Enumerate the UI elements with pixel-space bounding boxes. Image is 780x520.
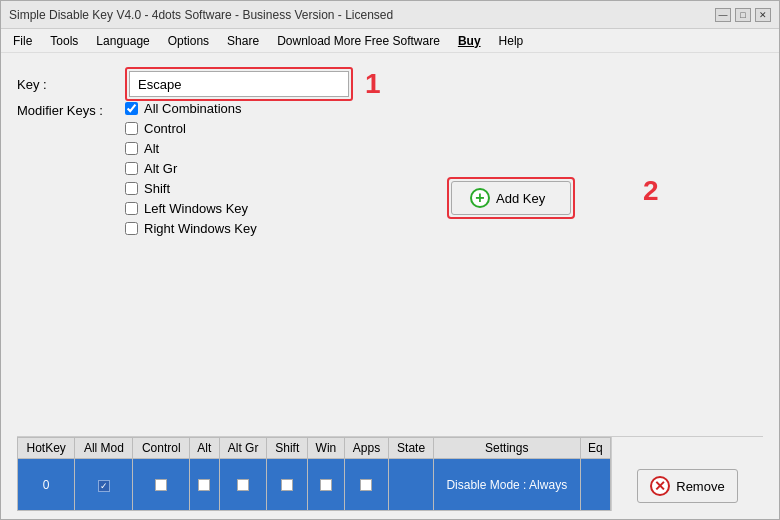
menu-bar: File Tools Language Options Share Downlo… <box>1 29 779 53</box>
col-eq: Eq <box>580 438 610 459</box>
step2-number: 2 <box>643 175 659 207</box>
cell-win <box>308 459 345 511</box>
menu-buy[interactable]: Buy <box>450 32 489 50</box>
modifier-control[interactable]: Control <box>125 121 257 136</box>
checkbox-right-windows[interactable] <box>125 222 138 235</box>
checkbox-all-combinations[interactable] <box>125 102 138 115</box>
cell-control <box>133 459 190 511</box>
key-input-wrapper <box>125 67 353 101</box>
menu-language[interactable]: Language <box>88 32 157 50</box>
table-row[interactable]: 0 ✓ <box>18 459 611 511</box>
cell-altgr <box>219 459 267 511</box>
control-icon <box>155 479 167 491</box>
window-controls: — □ ✕ <box>715 8 771 22</box>
col-apps: Apps <box>344 438 388 459</box>
checkbox-control[interactable] <box>125 122 138 135</box>
col-state: State <box>389 438 434 459</box>
remove-button[interactable]: ✕ Remove <box>637 469 737 503</box>
cell-apps <box>344 459 388 511</box>
control-label: Control <box>144 121 186 136</box>
col-hotkey: HotKey <box>18 438 75 459</box>
cell-eq <box>580 459 610 511</box>
minimize-button[interactable]: — <box>715 8 731 22</box>
shift-icon <box>281 479 293 491</box>
left-windows-label: Left Windows Key <box>144 201 248 216</box>
col-shift: Shift <box>267 438 308 459</box>
cell-state <box>389 459 434 511</box>
add-key-label: Add Key <box>496 191 545 206</box>
alt-gr-label: Alt Gr <box>144 161 177 176</box>
col-control: Control <box>133 438 190 459</box>
checkbox-alt[interactable] <box>125 142 138 155</box>
checkbox-shift[interactable] <box>125 182 138 195</box>
add-key-area: + Add Key <box>447 177 575 219</box>
modifier-options: All Combinations Control Alt Alt Gr <box>125 101 257 236</box>
all-combinations-label: All Combinations <box>144 101 242 116</box>
title-text: Simple Disable Key V4.0 - 4dots Software… <box>9 8 393 22</box>
modifier-alt[interactable]: Alt <box>125 141 257 156</box>
add-key-plus-icon: + <box>470 188 490 208</box>
title-bar: Simple Disable Key V4.0 - 4dots Software… <box>1 1 779 29</box>
modifier-alt-gr[interactable]: Alt Gr <box>125 161 257 176</box>
cell-allmod: ✓ <box>75 459 133 511</box>
col-win: Win <box>308 438 345 459</box>
table-area: HotKey All Mod Control Alt Alt Gr Shift … <box>17 436 763 511</box>
menu-help[interactable]: Help <box>491 32 532 50</box>
modifier-shift[interactable]: Shift <box>125 181 257 196</box>
menu-tools[interactable]: Tools <box>42 32 86 50</box>
add-key-btn-wrapper: + Add Key <box>447 177 575 219</box>
right-panel: ✕ Remove <box>611 437 763 511</box>
cell-hotkey: 0 <box>18 459 75 511</box>
col-allmod: All Mod <box>75 438 133 459</box>
col-settings: Settings <box>434 438 581 459</box>
key-input[interactable] <box>129 71 349 97</box>
apps-icon <box>360 479 372 491</box>
maximize-button[interactable]: □ <box>735 8 751 22</box>
modifier-all-combinations[interactable]: All Combinations <box>125 101 257 116</box>
col-altgr: Alt Gr <box>219 438 267 459</box>
step1-number: 1 <box>365 68 381 100</box>
allmod-check-icon: ✓ <box>98 480 110 492</box>
win-icon <box>320 479 332 491</box>
checkbox-left-windows[interactable] <box>125 202 138 215</box>
form-area: Key : 1 Modifier Keys : All Combinations <box>17 67 763 436</box>
cell-alt <box>190 459 220 511</box>
cell-settings: Disable Mode : Always <box>434 459 581 511</box>
col-alt: Alt <box>190 438 220 459</box>
menu-file[interactable]: File <box>5 32 40 50</box>
altgr-icon <box>237 479 249 491</box>
modifier-label: Modifier Keys : <box>17 101 117 118</box>
menu-download[interactable]: Download More Free Software <box>269 32 448 50</box>
menu-options[interactable]: Options <box>160 32 217 50</box>
checkbox-alt-gr[interactable] <box>125 162 138 175</box>
main-window: Simple Disable Key V4.0 - 4dots Software… <box>0 0 780 520</box>
right-windows-label: Right Windows Key <box>144 221 257 236</box>
remove-x-icon: ✕ <box>650 476 670 496</box>
hotkeys-table: HotKey All Mod Control Alt Alt Gr Shift … <box>17 437 611 511</box>
modifier-row: Modifier Keys : All Combinations Control… <box>17 101 763 236</box>
key-label: Key : <box>17 77 117 92</box>
close-button[interactable]: ✕ <box>755 8 771 22</box>
main-content: Key : 1 Modifier Keys : All Combinations <box>1 53 779 519</box>
add-key-button[interactable]: + Add Key <box>451 181 571 215</box>
modifier-left-windows[interactable]: Left Windows Key <box>125 201 257 216</box>
shift-label: Shift <box>144 181 170 196</box>
alt-icon <box>198 479 210 491</box>
cell-shift <box>267 459 308 511</box>
modifier-right-windows[interactable]: Right Windows Key <box>125 221 257 236</box>
remove-label: Remove <box>676 479 724 494</box>
key-row: Key : 1 <box>17 67 763 101</box>
menu-share[interactable]: Share <box>219 32 267 50</box>
table-container: HotKey All Mod Control Alt Alt Gr Shift … <box>17 437 763 511</box>
alt-label: Alt <box>144 141 159 156</box>
